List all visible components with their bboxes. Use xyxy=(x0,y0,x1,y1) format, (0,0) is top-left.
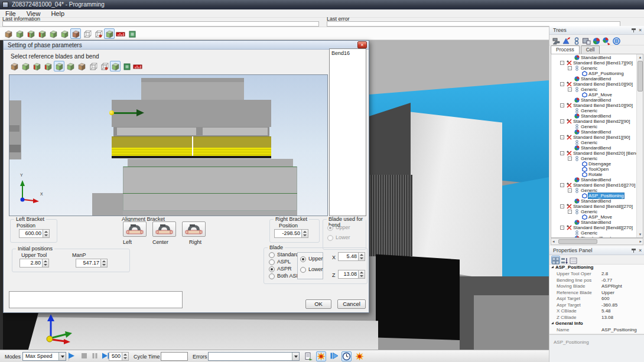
spinner-arrows[interactable] xyxy=(43,230,49,237)
bend-list[interactable]: Bend16 xyxy=(329,48,366,216)
scroll-up-arrow[interactable]: ▴ xyxy=(637,54,643,60)
blade-side-upper-radio[interactable]: Upper xyxy=(300,256,323,266)
measure-ruler-icon[interactable] xyxy=(132,61,143,71)
tree-item[interactable]: ASP_Positioning xyxy=(551,193,637,198)
window-titlebar[interactable]: Z08372481000_04* - Programming xyxy=(0,0,644,9)
tree-item[interactable]: StandardBend xyxy=(551,145,637,151)
solid-red-edge-icon[interactable] xyxy=(31,61,42,71)
solid-red-face-icon[interactable] xyxy=(43,61,53,71)
dialog-message-box[interactable] xyxy=(9,291,183,308)
sequence-chain-icon[interactable] xyxy=(571,35,581,45)
spinner-arrows[interactable] xyxy=(358,253,365,260)
step-mode-icon[interactable] xyxy=(329,351,339,361)
solid-view-tan-icon[interactable] xyxy=(3,28,14,39)
property-row[interactable]: X CBlade5.48 xyxy=(549,308,644,315)
tree-item[interactable]: -Generic xyxy=(551,66,637,71)
expand-collapse-box[interactable]: - xyxy=(568,87,572,92)
solid-green-selected-icon[interactable] xyxy=(104,28,115,39)
upper-tool-spinner[interactable]: 2.80 xyxy=(19,259,49,268)
section-view-icon[interactable] xyxy=(121,61,132,71)
scrollbar-thumb[interactable] xyxy=(558,239,597,244)
property-row[interactable]: Z CBlade13.08 xyxy=(549,315,644,321)
expand-collapse-box[interactable]: - xyxy=(560,204,564,208)
tree-item[interactable]: StandardBend xyxy=(551,198,637,204)
blade-x-spinner[interactable]: 5.48 xyxy=(338,252,365,261)
spinner-arrows[interactable] xyxy=(122,353,128,360)
property-row[interactable]: Moving BladeASPRight xyxy=(549,283,644,290)
tree-item[interactable]: -Generic xyxy=(551,87,637,92)
scroll-left-arrow[interactable]: ◂ xyxy=(552,239,555,244)
solid-view-tan-selected-icon[interactable] xyxy=(70,28,81,39)
station-monitor-icon[interactable] xyxy=(581,35,591,45)
pause-button[interactable] xyxy=(90,351,100,361)
property-pages-icon[interactable] xyxy=(569,256,578,264)
tree-item[interactable]: -Standard Bend [Bend8][270] xyxy=(551,204,637,209)
tooling-sphere-icon[interactable] xyxy=(591,35,601,45)
solid-view-tan2-icon[interactable] xyxy=(76,61,87,71)
dialog-titlebar[interactable]: Setting of phase parameters xyxy=(4,41,369,50)
bend-list-item[interactable]: Bend16 xyxy=(330,49,366,56)
tree-item[interactable]: StandardBend xyxy=(551,76,637,81)
shaded-view-green-icon[interactable] xyxy=(48,28,58,39)
tree-item[interactable]: -Standard Bend [Bend17][90] xyxy=(551,60,637,66)
property-row[interactable]: Bending line pos-0.77 xyxy=(549,278,644,284)
last-information-field[interactable] xyxy=(2,21,319,27)
tree-item[interactable]: Rotate xyxy=(551,172,637,177)
press-machine-icon[interactable] xyxy=(551,35,561,45)
dialog-close-button[interactable]: × xyxy=(357,41,367,48)
tree-item[interactable]: ToolOpen xyxy=(551,167,637,172)
tree-item[interactable]: -Standard Bend [Bend2][90] xyxy=(551,119,637,124)
wireframe-hidden-icon[interactable] xyxy=(93,28,103,39)
mode-select[interactable]: Max Speed xyxy=(22,352,66,361)
tree-item[interactable]: ASP_Move xyxy=(551,214,637,220)
tree-item[interactable]: -Generic xyxy=(551,188,637,193)
spinner-arrows[interactable] xyxy=(301,230,308,237)
categorized-icon[interactable] xyxy=(551,256,560,264)
pin-icon[interactable] xyxy=(632,249,636,253)
report-icon[interactable] xyxy=(304,351,314,361)
solid-red-face-icon[interactable] xyxy=(37,28,47,39)
wireframe-view-icon[interactable] xyxy=(87,61,98,71)
menu-help[interactable]: Help xyxy=(45,9,70,18)
tree-item[interactable]: Disengage xyxy=(551,161,637,167)
tree-item[interactable]: Generic xyxy=(551,230,637,236)
blade-side-lower-radio[interactable]: Lower xyxy=(300,266,323,277)
blade-preview-viewport[interactable]: Y X xyxy=(9,74,328,216)
blade-z-spinner[interactable]: 13.08 xyxy=(338,270,365,279)
tree-item[interactable]: ASP_Positioning xyxy=(551,71,637,76)
shaded-view-green-icon[interactable] xyxy=(65,61,76,71)
property-row[interactable]: Upper Tool Oper2.8 xyxy=(549,271,644,278)
manp-spinner[interactable]: 547.17 xyxy=(76,259,108,268)
solid-red-edge-icon[interactable] xyxy=(25,28,36,39)
left-bracket-position-spinner[interactable]: 600.00 xyxy=(19,229,50,238)
tree-item[interactable]: ASP_Move xyxy=(551,92,637,97)
tree-item[interactable]: -Standard Bend [Bend10][90] xyxy=(551,103,637,108)
expand-collapse-box[interactable]: - xyxy=(568,210,572,214)
cell-target-icon[interactable] xyxy=(612,35,622,45)
pin-icon[interactable] xyxy=(632,28,636,32)
collision-stop-icon[interactable] xyxy=(354,351,365,361)
section-view-icon[interactable] xyxy=(126,28,137,39)
alignment-right-button[interactable] xyxy=(182,221,206,237)
tree-item[interactable]: -Standard Bend [Bend10][90] xyxy=(551,81,637,87)
property-row[interactable]: NameASP_Positioning xyxy=(549,327,644,333)
solid-green-selected2-icon[interactable] xyxy=(110,61,121,71)
spinner-arrows[interactable] xyxy=(358,270,365,278)
close-icon[interactable]: × xyxy=(639,246,642,255)
cycle-clock-icon[interactable] xyxy=(341,351,352,361)
expand-collapse-box[interactable]: - xyxy=(560,61,564,65)
spinner-arrows[interactable] xyxy=(42,259,48,267)
solid-view-tan-icon[interactable] xyxy=(9,61,19,71)
expand-collapse-box[interactable]: - xyxy=(560,103,564,107)
tree-item[interactable]: -Generic xyxy=(551,209,637,214)
tree-item[interactable]: StandardBend xyxy=(551,113,637,119)
tree-item[interactable]: Generic xyxy=(551,124,637,129)
wireframe-hidden-icon[interactable] xyxy=(99,61,109,71)
blade-type-standard-radio[interactable]: Standard xyxy=(269,252,300,259)
measure-ruler-icon[interactable] xyxy=(115,28,126,39)
expand-collapse-box[interactable]: - xyxy=(560,183,564,187)
expand-collapse-box[interactable]: - xyxy=(560,151,564,155)
tree-item[interactable]: Generic xyxy=(551,140,637,145)
solid-view-green-icon[interactable] xyxy=(14,28,25,39)
tree-item[interactable]: -Standard Bend [Bend20] [Bend21][2 xyxy=(551,151,637,156)
